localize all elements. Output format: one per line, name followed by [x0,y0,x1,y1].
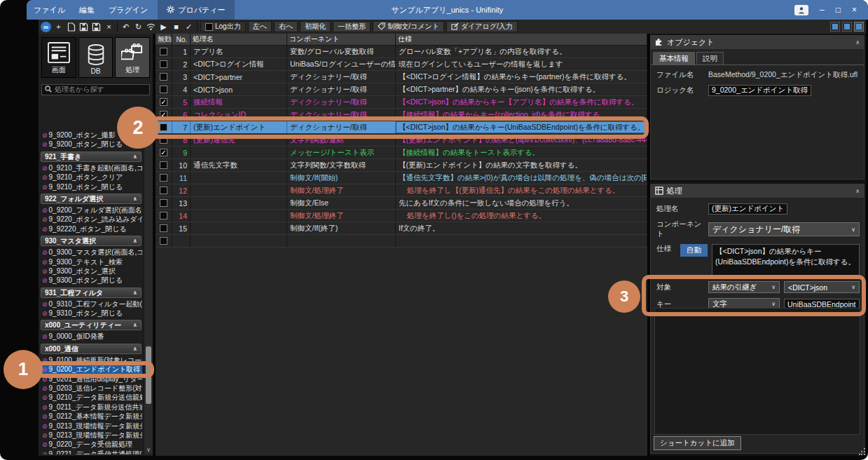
target-ref-select[interactable]: <DICT>json ∨ [784,281,860,293]
undo-icon[interactable]: ↶ [120,21,131,32]
scroll-down-icon[interactable]: ∨ [144,446,153,454]
scrollbar-thumb[interactable] [146,346,151,404]
view-button-screen[interactable]: 画面 [41,37,76,78]
disable-checkbox[interactable] [160,174,167,182]
menu-edit[interactable]: 編集 [72,0,102,20]
new-file-icon[interactable] [66,21,76,32]
log-output-checkbox[interactable] [205,23,213,31]
table-row[interactable]: 12制御文/処理終了処理を終了し【(更新)通信先】の結果をこの処理の結果とする。 [156,184,647,197]
disable-checkbox[interactable] [160,73,167,81]
sidebar-group-header[interactable]: x000_ユーティリティー∧ [41,320,142,330]
sidebar-item[interactable]: ⊘9_0210_データ新規分送信親処理 [40,393,142,402]
logic-name-input[interactable]: 9_0200_エンドポイント取得 [708,85,811,96]
menu-plugin[interactable]: プラグイン [102,0,155,20]
disable-checkbox[interactable] [160,161,167,169]
batch-format-button[interactable]: 一括整形 [333,21,371,32]
table-row[interactable]: 1アプリ名変数/グローバル変数取得グローバル変数「+アプリ名」の内容を取得する。 [156,46,647,58]
collapse-icon[interactable]: ∧ [133,194,138,203]
validate-icon[interactable]: ✓ [184,21,194,32]
target-mode-select[interactable]: 結果の引継ぎ ∨ [708,281,780,293]
sidebar-item[interactable]: ⊘9_9200_ボタン_撮影 [40,130,142,140]
disable-checkbox[interactable] [160,60,167,68]
sidebar-item[interactable]: ⊘9_9310_ボタン_閉じる [40,309,142,318]
tab-basic-info[interactable]: 基本情報 [653,52,695,65]
menu-properties[interactable]: プロパティー [158,0,234,20]
sidebar-item[interactable]: ⊘9_0200_エンドポイント取得 [40,365,142,374]
spec-textarea[interactable]: 【<DICT>json】の結果からキー(UniBaaSDBEndpoint)を条… [712,244,860,276]
table-row[interactable]: ✓9メッセージ/トースト表示【接続情報】の結果をトースト表示する。 [156,147,647,159]
scroll-up-icon[interactable]: ∧ [144,130,153,139]
disable-checkbox[interactable]: ✓ [160,98,167,106]
sidebar-group-header[interactable]: 931_工程フィルタ∧ [41,288,142,298]
add-shortcut-button[interactable]: ショートカットに追加 [654,436,741,450]
notes-area[interactable] [654,308,860,435]
view-button-process[interactable]: 処理 [115,37,150,78]
disable-checkbox[interactable] [160,48,167,55]
table-row[interactable]: ✓6コレクションIDディクショナリー/取得【接続情報】の結果からキー(colle… [156,109,647,121]
resize-grip[interactable] [859,445,866,458]
control-comment-button[interactable]: 制御文/コメント [373,21,444,32]
sidebar-item[interactable]: ⊘9_0213_現場情報データ新規分... [40,421,142,431]
stop-icon[interactable]: ■ [171,21,181,32]
layout-toggle-2[interactable] [842,22,852,32]
component-select[interactable]: ディクショナリー/取得 ∨ [708,222,860,236]
disable-checkbox[interactable] [160,212,167,219]
sidebar-item[interactable]: ⊘9_9300_テキスト_検索 [40,257,142,266]
collapse-icon[interactable]: ∧ [855,188,860,194]
sidebar-item[interactable]: ⊘9_0203_送信レコード整形(対象... [40,384,142,393]
table-row[interactable] [156,235,647,248]
sidebar-group-header[interactable]: 921_手書き∧ [41,151,142,162]
table-row[interactable]: 10通信先文字数文字列関数/文字数取得【(更新)エンドポイント】の結果の文字数を… [156,159,647,172]
sidebar-item[interactable]: ⊘9_0100_接続更新(対象レコード [40,356,142,365]
table-row[interactable]: 7(更新)エンドポイントディクショナリー/取得【<DICT>json】の結果から… [156,121,647,134]
disable-checkbox[interactable] [160,237,167,245]
minimize-button[interactable]: – [820,6,825,14]
collapse-icon[interactable]: ∧ [133,152,138,161]
collapse-icon[interactable]: ∧ [133,288,138,297]
table-row[interactable]: 8(更新)通信先文字列関数/連結【(更新)エンドポイント】の結果と(api/v1… [156,134,647,147]
layout-toggle-1[interactable] [830,22,840,32]
sidebar-item[interactable]: ⊘9_0213_現場情報データ新規分... [40,431,142,440]
sidebar-item[interactable]: ⊘9_9220_ボタン_読み込みダイアロ... [40,215,142,224]
view-button-db[interactable]: DB [78,37,113,78]
sidebar-item[interactable]: ⊘0_9200_フォルダ選択(画面名,コ... [40,205,142,215]
sidebar-item[interactable]: ⊘9_0212_基本情報データ新規分... [40,412,142,421]
collapse-icon[interactable]: ∧ [855,39,860,46]
sidebar-item[interactable]: ⊘9_9300_ボタン_選択 [40,266,142,276]
sidebar-item[interactable]: ⊘9_9210_ボタン_クリア [40,172,142,182]
save-icon[interactable] [78,21,89,32]
disable-checkbox[interactable] [160,199,167,207]
dialog-input-button[interactable]: ダイアログ/入力 [446,21,518,32]
process-name-input[interactable]: (更新)エンドポイント [708,203,787,215]
disable-checkbox[interactable] [160,187,167,194]
disable-checkbox[interactable]: ✓ [160,111,167,119]
disable-checkbox[interactable] [160,86,167,93]
table-row[interactable]: 3<DICT>partnerディクショナリー/取得【<DICT>ログイン情報】の… [156,71,647,83]
sidebar-group-header[interactable]: 922_フォルダ選択∧ [41,194,142,204]
layout-toggle-3[interactable] [854,22,864,32]
sidebar-item[interactable]: ⊘0_9300_マスタ選択(画面名,コン... [40,248,142,257]
disable-checkbox[interactable]: ✓ [160,149,167,156]
process-search-input[interactable]: 処理名から探す [41,84,150,95]
disable-checkbox[interactable] [160,224,167,232]
network-icon[interactable] [146,21,156,32]
account-button[interactable] [794,5,808,15]
delete-icon[interactable]: × [104,21,114,32]
refresh-icon[interactable]: ↻ [133,21,144,32]
table-row[interactable]: 11制御文/If(開始)【通信先文字数】の結果>(0)が真の場合は以降の処理を、… [156,172,647,184]
initialize-button[interactable]: 初期化 [300,21,331,32]
sidebar-item[interactable]: ⊘9_0221_データ受信共通処理(フ... [40,449,142,454]
log-output-toggle[interactable]: Log出力 [200,21,246,32]
collapse-icon[interactable]: ∧ [133,344,138,353]
sidebar-item[interactable]: ⊘9_9210_ボタン_閉じる [40,182,142,191]
table-row[interactable]: 2<DICT>ログイン情報UniBaaS/ログインユーザーの情報取得現在ログイン… [156,58,647,71]
run-icon[interactable]: ▶ [158,21,169,32]
process-section-header[interactable]: 処理 ∧ [651,184,864,198]
menu-file[interactable]: ファイル [27,0,72,20]
sidebar-item[interactable]: ⊘9_0211_データ新規分送信共通... [40,402,142,412]
sidebar-group-header[interactable]: 930_マスタ選択∧ [41,236,142,246]
sidebar-item[interactable]: ⊘0_9310_工程フィルター起動(画... [40,299,142,309]
sidebar-item[interactable]: ⊘9_0201_通信用display_リター... [40,374,142,384]
sidebar-item[interactable]: ⊘0_9210_手書き起動(画面名,コ... [40,163,142,172]
sidebar-item[interactable]: ⊘9_0000_仮ID発番 [40,332,142,341]
